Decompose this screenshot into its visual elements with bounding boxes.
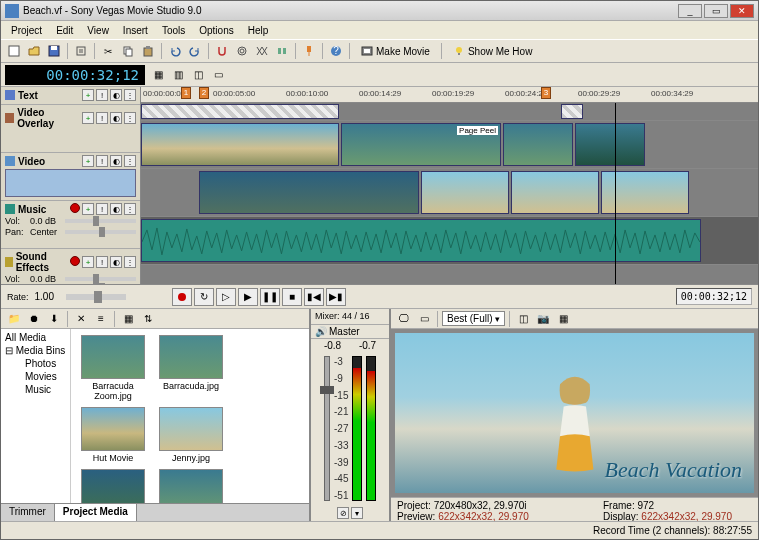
menu-insert[interactable]: Insert (117, 23, 154, 38)
master-fader[interactable] (324, 356, 330, 501)
vol-slider[interactable] (65, 219, 136, 223)
transport-time-display[interactable]: 00:00:32;12 (676, 288, 752, 305)
make-movie-button[interactable]: Make Movie (354, 42, 437, 60)
record-button[interactable] (172, 288, 192, 306)
play-button[interactable]: ▶ (238, 288, 258, 306)
tree-all-media[interactable]: All Media (3, 331, 68, 344)
properties-icon[interactable] (72, 42, 90, 60)
video-clip[interactable] (199, 171, 419, 213)
track-header-text[interactable]: Text + ! ◐ ⋮ (1, 87, 140, 105)
pan-slider[interactable] (65, 230, 136, 234)
play-start-button[interactable]: ▷ (216, 288, 236, 306)
overlay-clip[interactable] (503, 123, 573, 165)
timeline-tool-3-icon[interactable]: ◫ (189, 66, 207, 84)
audio-clip[interactable] (141, 219, 701, 261)
track-fx-icon[interactable]: ⋮ (124, 112, 136, 124)
minimize-button[interactable]: _ (678, 4, 702, 18)
help-icon[interactable]: ? (327, 42, 345, 60)
crossfade-icon[interactable] (253, 42, 271, 60)
media-item[interactable]: Barracuda Zoom.jpg (77, 335, 149, 401)
record-arm-icon[interactable] (70, 203, 80, 213)
preview-split-icon[interactable]: ◫ (514, 310, 532, 328)
timeline-content[interactable]: 00:00:00:00 00:00:05:00 00:00:10:00 00:0… (141, 87, 758, 284)
track-mute-icon[interactable]: ! (96, 112, 108, 124)
new-icon[interactable] (5, 42, 23, 60)
menu-help[interactable]: Help (242, 23, 275, 38)
track-fx-icon[interactable]: ⋮ (124, 89, 136, 101)
track-header-overlay[interactable]: Video Overlay + ! ◐ ⋮ (1, 105, 140, 153)
next-button[interactable]: ▶▮ (326, 288, 346, 306)
preview-quality-dropdown[interactable]: Best (Full) ▾ (442, 311, 505, 326)
menu-edit[interactable]: Edit (50, 23, 79, 38)
media-get-icon[interactable]: ⬇ (45, 310, 63, 328)
track-fx-icon[interactable]: ⋮ (124, 203, 136, 215)
playhead[interactable] (615, 103, 616, 284)
track-mute-icon[interactable]: ! (96, 203, 108, 215)
tree-media-bins[interactable]: ⊟ Media Bins (3, 344, 68, 357)
mixer-mute-icon[interactable]: ⊘ (337, 507, 349, 519)
track-lane-video[interactable] (141, 169, 758, 217)
track-mute-icon[interactable]: ! (96, 89, 108, 101)
timeline-marker[interactable]: 2 (199, 87, 209, 99)
track-add-icon[interactable]: + (82, 203, 94, 215)
menu-view[interactable]: View (81, 23, 115, 38)
track-lane-overlay[interactable]: Page Peel (141, 121, 758, 169)
track-lane-sfx[interactable] (141, 265, 758, 284)
track-solo-icon[interactable]: ◐ (110, 89, 122, 101)
paste-icon[interactable] (139, 42, 157, 60)
copy-icon[interactable] (119, 42, 137, 60)
record-arm-icon[interactable] (70, 256, 80, 266)
prev-button[interactable]: ▮◀ (304, 288, 324, 306)
preview-device-icon[interactable]: 🖵 (395, 310, 413, 328)
rate-slider[interactable] (66, 294, 126, 300)
menu-project[interactable]: Project (5, 23, 48, 38)
track-fx-icon[interactable]: ⋮ (124, 155, 136, 167)
marker-icon[interactable] (300, 42, 318, 60)
mixer-dim-icon[interactable]: ▾ (351, 507, 363, 519)
track-solo-icon[interactable]: ◐ (110, 112, 122, 124)
tree-photos[interactable]: Photos (3, 357, 68, 370)
track-solo-icon[interactable]: ◐ (110, 203, 122, 215)
close-button[interactable]: ✕ (730, 4, 754, 18)
undo-icon[interactable] (166, 42, 184, 60)
track-add-icon[interactable]: + (82, 155, 94, 167)
stop-button[interactable]: ■ (282, 288, 302, 306)
timeline-tool-2-icon[interactable]: ▥ (169, 66, 187, 84)
tree-movies[interactable]: Movies (3, 370, 68, 383)
overlay-clip[interactable]: Page Peel (341, 123, 501, 165)
pause-button[interactable]: ❚❚ (260, 288, 280, 306)
media-item[interactable]: Hut Movie (77, 407, 149, 463)
media-item[interactable]: Scuba Movie (77, 469, 149, 503)
track-solo-icon[interactable]: ◐ (110, 155, 122, 167)
timeline-marker[interactable]: 3 (541, 87, 551, 99)
track-mute-icon[interactable]: ! (96, 256, 108, 268)
track-add-icon[interactable]: + (82, 256, 94, 268)
media-props-icon[interactable]: ≡ (92, 310, 110, 328)
video-clip[interactable] (421, 171, 509, 213)
track-fx-icon[interactable]: ⋮ (124, 256, 136, 268)
preview-snapshot-icon[interactable]: 📷 (534, 310, 552, 328)
media-view-icon[interactable]: ▦ (119, 310, 137, 328)
snap-icon[interactable] (213, 42, 231, 60)
media-item[interactable]: Barracuda.jpg (155, 335, 227, 401)
media-item[interactable]: Snorkle.jpg (155, 469, 227, 503)
timecode-display[interactable]: 00:00:32;12 (5, 65, 145, 85)
preview-overlay-icon[interactable]: ▦ (554, 310, 572, 328)
tree-music[interactable]: Music (3, 383, 68, 396)
media-capture-icon[interactable]: ⏺ (25, 310, 43, 328)
text-clip[interactable] (141, 104, 339, 119)
track-header-video[interactable]: Video + ! ◐ ⋮ (1, 153, 140, 201)
autocut-icon[interactable] (273, 42, 291, 60)
timeline-tool-4-icon[interactable]: ▭ (209, 66, 227, 84)
track-solo-icon[interactable]: ◐ (110, 256, 122, 268)
maximize-button[interactable]: ▭ (704, 4, 728, 18)
track-lane-text[interactable] (141, 103, 758, 121)
menu-options[interactable]: Options (193, 23, 239, 38)
preview-external-icon[interactable]: ▭ (415, 310, 433, 328)
track-header-sfx[interactable]: Sound Effects + ! ◐ ⋮ Vol: 0.0 dB Pan: (1, 249, 140, 284)
overlay-clip[interactable] (141, 123, 339, 165)
timeline-tool-1-icon[interactable]: ▦ (149, 66, 167, 84)
mixer-master[interactable]: 🔊 Master (311, 325, 389, 339)
video-clip[interactable] (511, 171, 599, 213)
media-sort-icon[interactable]: ⇅ (139, 310, 157, 328)
